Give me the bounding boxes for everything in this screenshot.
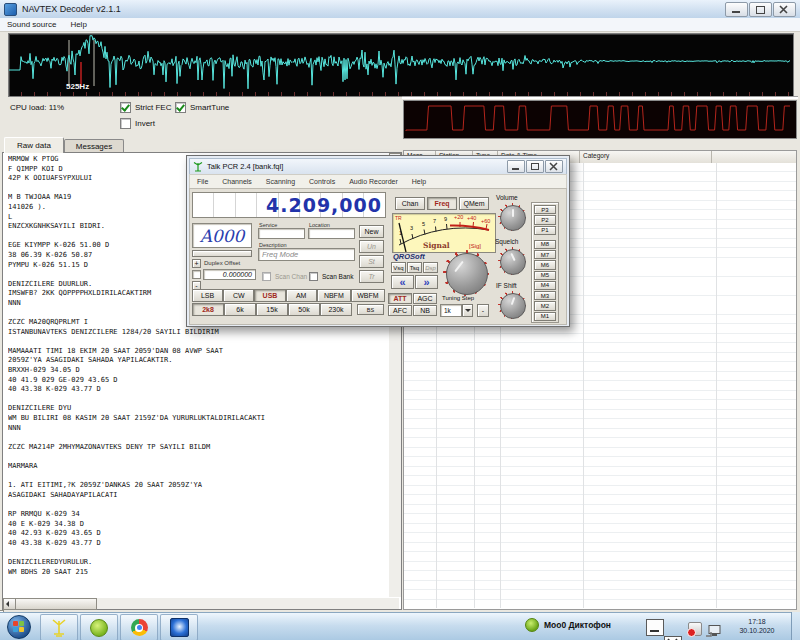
service-input[interactable] (258, 228, 305, 239)
volume-knob[interactable] (500, 205, 526, 231)
tab-raw-data[interactable]: Raw data (4, 137, 64, 153)
strict-fec-checkbox[interactable]: Strict FEC (120, 102, 171, 113)
p1-button[interactable]: P1 (534, 226, 556, 235)
mode-cw-button[interactable]: CW (223, 289, 254, 302)
taskbar-app-button[interactable] (160, 614, 198, 640)
filter-6k-button[interactable]: 6k (224, 303, 256, 316)
show-desktop-button[interactable] (791, 612, 800, 640)
if-shift-knob[interactable] (500, 293, 526, 319)
tuning-step-minus-button[interactable]: - (477, 304, 489, 317)
agc-button[interactable]: AGC (413, 293, 437, 304)
navtex-minimize-icon[interactable] (725, 2, 748, 17)
col-category[interactable]: Category (580, 151, 712, 163)
menu-sound-source[interactable]: Sound source (0, 20, 63, 29)
att-button[interactable]: ATT (388, 293, 412, 304)
mode-am-button[interactable]: AM (286, 289, 317, 302)
channel-bar-button[interactable] (192, 250, 252, 257)
filter-2k8-button[interactable]: 2k8 (192, 303, 224, 316)
invert-checkbox[interactable]: Invert (120, 118, 155, 129)
step-down-button[interactable]: « (391, 275, 414, 289)
filter-230k-button[interactable]: 230k (320, 303, 352, 316)
h-scroll-thumb[interactable] (15, 598, 97, 610)
qmem-view-button[interactable]: QMem (459, 197, 489, 210)
step-up-button[interactable]: » (415, 275, 438, 289)
m2-button[interactable]: M2 (534, 301, 556, 310)
smarttune-checkmark-icon (175, 102, 186, 113)
un-button[interactable]: Un (359, 240, 384, 253)
spectrum-display[interactable]: 525Hz (8, 33, 794, 97)
tray-alert-icon[interactable] (688, 622, 702, 636)
duplex-plus-button[interactable]: + (192, 259, 201, 268)
squelch-knob[interactable] (500, 249, 526, 275)
h-scrollbar[interactable] (3, 598, 399, 609)
tray-clock[interactable]: 17:18 30.10.2020 (728, 617, 786, 635)
taskbar: Moo0 Диктофон 17:18 30.10.2020 (0, 612, 800, 640)
pcr-menu-help[interactable]: Help (405, 178, 433, 185)
navtex-maximize-icon[interactable] (749, 2, 772, 17)
pcr-close-icon[interactable] (545, 160, 563, 173)
p3-button[interactable]: P3 (534, 205, 556, 214)
smarttune-checkbox[interactable]: SmartTune (175, 102, 229, 113)
scan-chan-checkbox[interactable]: Scan Chan (262, 272, 307, 281)
start-button[interactable] (4, 614, 34, 640)
location-input[interactable] (308, 228, 355, 239)
channel-display[interactable]: A000 (192, 223, 252, 248)
description-input[interactable]: Freq Mode (258, 248, 355, 261)
m8-button[interactable]: M8 (534, 240, 556, 249)
frequency-display[interactable]: 4.209,000 (192, 192, 386, 218)
filter-50k-button[interactable]: 50k (288, 303, 320, 316)
m1-button[interactable]: M1 (534, 312, 556, 321)
taskbar-chrome-button[interactable] (120, 614, 158, 640)
mode-nbfm-button[interactable]: NBFM (317, 289, 351, 302)
pcr-menu-scanning[interactable]: Scanning (259, 178, 302, 185)
tuning-step-select[interactable]: 1k (440, 304, 462, 317)
mode-wbfm-button[interactable]: WBFM (351, 289, 385, 302)
m6-button[interactable]: M6 (534, 260, 556, 269)
m5-button[interactable]: M5 (534, 271, 556, 280)
scan-bank-checkbox[interactable]: Scan Bank (309, 272, 353, 281)
pcr-menu-controls[interactable]: Controls (302, 178, 342, 185)
new-button[interactable]: New (359, 225, 384, 238)
filter-bs-button[interactable]: BS (357, 304, 384, 315)
fsk-signal-display (403, 100, 797, 139)
clock-time: 17:18 (728, 617, 786, 626)
m7-button[interactable]: M7 (534, 250, 556, 259)
p2-button[interactable]: P2 (534, 215, 556, 224)
m3-button[interactable]: M3 (534, 291, 556, 300)
taskbar-talkpcr-button[interactable] (40, 614, 78, 640)
filter-15k-button[interactable]: 15k (256, 303, 288, 316)
navtex-window-title: NAVTEX Decoder v2.1.1 (22, 4, 121, 14)
pcr-menu-audio-recorder[interactable]: Audio Recorder (342, 178, 405, 185)
tuning-knob[interactable] (446, 253, 488, 295)
tray-network-icon[interactable] (706, 623, 722, 640)
mode-usb-button[interactable]: USB (254, 289, 285, 302)
pcr-menu-channels[interactable]: Channels (215, 178, 259, 185)
moo0-minimize-icon[interactable] (646, 619, 664, 636)
tuning-step-dropdown-icon[interactable] (462, 304, 473, 317)
duplex-offset-value[interactable]: 0.000000 (203, 269, 256, 280)
menu-help[interactable]: Help (63, 20, 93, 29)
meter-needle (399, 223, 406, 252)
moo0-close-icon[interactable] (664, 636, 682, 640)
cpu-load-text: CPU load: 11% (10, 103, 64, 112)
st-button[interactable]: St (359, 255, 384, 268)
afc-button[interactable]: AFC (388, 305, 412, 316)
m4-button[interactable]: M4 (534, 281, 556, 290)
mode-lsb-button[interactable]: LSB (192, 289, 223, 302)
tr-button[interactable]: Tr (359, 270, 384, 283)
pcr-menu-file[interactable]: File (190, 178, 215, 185)
duplex-check-box[interactable] (192, 270, 201, 279)
nb-button[interactable]: NB (413, 305, 437, 316)
navtex-close-icon[interactable] (773, 2, 796, 17)
freq-view-button[interactable]: Freq (427, 197, 457, 210)
tab-messages[interactable]: Messages (64, 139, 124, 153)
pcr-maximize-icon[interactable] (526, 160, 544, 173)
vsq-button[interactable]: Vsq (391, 262, 406, 273)
tsq-button[interactable]: Tsq (407, 262, 422, 273)
chan-view-button[interactable]: Chan (395, 197, 425, 210)
navtex-titlebar: NAVTEX Decoder v2.1.1 (0, 0, 800, 19)
taskbar-moo0-button[interactable] (80, 614, 118, 640)
pcr-minimize-icon[interactable] (507, 160, 525, 173)
dsp-button[interactable]: Dsp (423, 262, 438, 273)
scan-bank-label: Scan Bank (322, 273, 353, 280)
